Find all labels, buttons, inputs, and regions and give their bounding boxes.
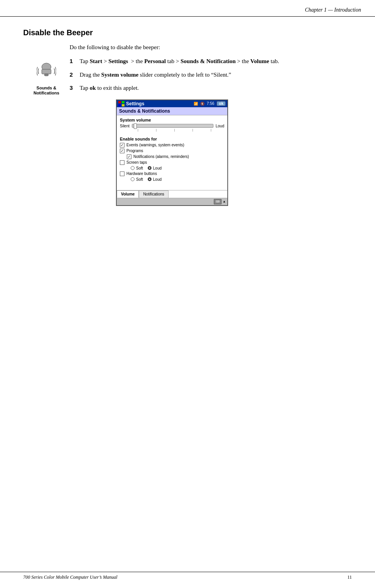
- checkbox-hardware[interactable]: Hardware buttons: [120, 171, 224, 176]
- footer-manual-title: 700 Series Color Mobile Computer User’s …: [23, 574, 118, 580]
- checkbox-events-box[interactable]: [120, 143, 124, 147]
- step-2-text: Drag the System volume slider completely…: [80, 70, 352, 79]
- settings-content: System volume Silent | | | | |: [117, 115, 227, 187]
- svg-rect-3: [118, 101, 121, 103]
- step-1-num: 1: [70, 57, 77, 66]
- volume-slider-thumb[interactable]: [134, 123, 137, 129]
- page-footer: 700 Series Color Mobile Computer User’s …: [0, 572, 375, 580]
- checkbox-programs[interactable]: Programs: [120, 149, 224, 153]
- sounds-notifications-icon: [33, 58, 60, 84]
- screen-taps-soft-label: Soft: [136, 166, 143, 170]
- volume-slider-row: Silent | | | | | Loud: [120, 124, 224, 128]
- signal-icon: 📶: [194, 102, 198, 106]
- hardware-soft-radio[interactable]: [131, 177, 135, 181]
- device-screenshot: Settings 📶 🔇 7:56 ok Sounds & Notificati…: [116, 99, 228, 206]
- svg-rect-2: [44, 74, 48, 76]
- svg-rect-4: [122, 101, 124, 103]
- tab-volume[interactable]: Volume: [117, 190, 139, 198]
- checkbox-programs-box[interactable]: [120, 149, 124, 153]
- screen-taps-radio-group: Soft Loud: [131, 166, 224, 170]
- titlebar-right: 📶 🔇 7:56 ok: [194, 101, 226, 106]
- step-3-text: Tap ok to exit this applet.: [80, 84, 352, 93]
- page-header: Chapter 1 — Introduction: [0, 0, 375, 17]
- keyboard-icon[interactable]: ⌨: [214, 199, 222, 204]
- hardware-loud-label: Loud: [153, 177, 162, 182]
- hardware-radio-group: Soft Loud: [131, 177, 224, 182]
- svg-rect-1: [42, 69, 51, 74]
- step-1: 1 Tap Start > Settings > the Personal ta…: [70, 57, 352, 66]
- silent-label: Silent: [120, 124, 130, 128]
- tabs-bar: Volume Notifications: [117, 190, 227, 198]
- steps-column: 1 Tap Start > Settings > the Personal ta…: [70, 57, 352, 206]
- checkbox-screen-taps[interactable]: Screen taps: [120, 160, 224, 165]
- step-2: 2 Drag the System volume slider complete…: [70, 70, 352, 79]
- chapter-label: Chapter 1 — Introduction: [305, 7, 361, 13]
- enable-sounds-label: Enable sounds for: [120, 137, 224, 141]
- step-2-num: 2: [70, 70, 77, 79]
- steps-area: Sounds & Notifications 1 Tap Start > Set…: [23, 57, 352, 206]
- icon-column: Sounds & Notifications: [23, 57, 70, 206]
- step-3-num: 3: [70, 84, 77, 93]
- section-heading: Disable the Beeper: [23, 28, 352, 37]
- titlebar-time: 7:56: [207, 101, 214, 106]
- checkbox-hardware-label: Hardware buttons: [126, 171, 157, 176]
- checkbox-programs-label: Programs: [126, 149, 143, 153]
- screen-taps-loud-radio[interactable]: [148, 166, 152, 170]
- intro-text: Do the following to disable the beeper:: [70, 44, 352, 51]
- loud-label: Loud: [216, 124, 224, 128]
- sub-header-bar: Sounds & Notifications: [117, 107, 227, 115]
- checkbox-screen-taps-label: Screen taps: [126, 160, 147, 165]
- page-number: 11: [347, 574, 352, 580]
- hardware-loud-radio[interactable]: [148, 177, 152, 181]
- taskbar: ⌨ ▲: [117, 198, 227, 205]
- main-content: Disable the Beeper Do the following to d…: [0, 17, 375, 229]
- hardware-loud[interactable]: Loud: [148, 177, 162, 182]
- step-3: 3 Tap ok to exit this applet.: [70, 84, 352, 93]
- hardware-soft[interactable]: Soft: [131, 177, 143, 182]
- svg-rect-5: [118, 104, 121, 106]
- titlebar: Settings 📶 🔇 7:56 ok: [117, 100, 227, 107]
- svg-rect-6: [122, 104, 124, 106]
- titlebar-left: Settings: [118, 101, 144, 106]
- screen-taps-soft[interactable]: Soft: [131, 166, 143, 170]
- enable-sounds-section: Enable sounds for Events (warnings, syst…: [120, 137, 224, 182]
- checkbox-notifications[interactable]: Notifications (alarms, reminders): [127, 154, 224, 159]
- screen-taps-loud-label: Loud: [153, 166, 162, 170]
- hardware-soft-label: Soft: [136, 177, 143, 182]
- screen-taps-soft-radio[interactable]: [131, 166, 135, 170]
- tab-notifications[interactable]: Notifications: [139, 190, 168, 198]
- volume-slider-track[interactable]: | | | | |: [132, 124, 213, 128]
- checkbox-notifications-box[interactable]: [127, 154, 131, 159]
- icon-label: Sounds & Notifications: [34, 86, 60, 96]
- checkbox-notifications-label: Notifications (alarms, reminders): [133, 154, 189, 159]
- ok-button[interactable]: ok: [216, 101, 226, 106]
- scroll-up-icon[interactable]: ▲: [223, 200, 226, 203]
- checkbox-hardware-box[interactable]: [120, 171, 124, 176]
- step-1-text: Tap Start > Settings > the Personal tab …: [80, 57, 352, 66]
- titlebar-app-name: Settings: [126, 101, 144, 106]
- checkbox-events[interactable]: Events (warnings, system events): [120, 143, 224, 147]
- checkbox-screen-taps-box[interactable]: [120, 160, 124, 165]
- system-volume-label: System volume: [120, 118, 224, 122]
- screen-taps-loud[interactable]: Loud: [148, 166, 162, 170]
- volume-icon: 🔇: [200, 102, 205, 106]
- checkbox-events-label: Events (warnings, system events): [126, 143, 184, 147]
